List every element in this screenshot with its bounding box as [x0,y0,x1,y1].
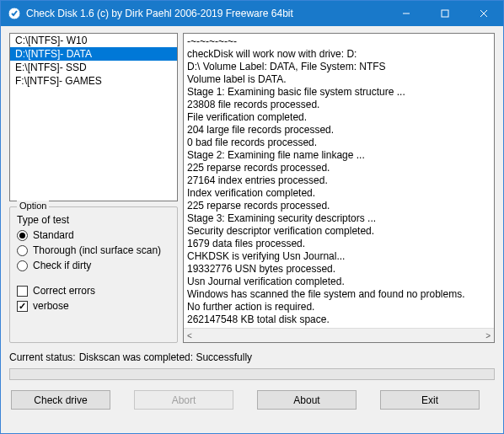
output-line: 262147548 KB total disk space. [187,313,491,326]
client-area: C:\[NTFS]- W10D:\[NTFS]- DATAE:\[NTFS]- … [1,26,503,433]
maximize-button[interactable] [426,1,464,26]
output-panel[interactable]: -~-~-~-~-~-checkDisk will work now with … [183,33,495,343]
output-line: Stage 1: Examining basic file system str… [187,86,491,99]
titlebar[interactable]: Check Disk 1.6 (c) by Dirk Paehl 2006-20… [1,1,503,26]
radio-check-if-dirty[interactable]: Check if dirty [17,260,170,271]
drive-row[interactable]: E:\[NTFS]- SSD [10,61,177,74]
radio-standard[interactable]: Standard [17,229,170,241]
radio-label: Standard [33,229,74,241]
status-line: Current status: Diskscan was completed: … [9,351,495,363]
output-line: 27164 index entries processed. [187,174,491,187]
type-of-test-label: Type of test [17,214,170,226]
scroll-right-icon[interactable]: > [485,331,491,340]
check-correct-errors[interactable]: Correct errors [17,285,170,297]
button-row: Check drive Abort About Exit [9,390,495,410]
checkbox-icon [17,301,28,312]
radio-label: Check if dirty [33,260,91,271]
close-button[interactable] [464,1,503,26]
output-line: Windows has scanned the file system and … [187,288,491,301]
abort-button: Abort [134,390,233,410]
drive-list[interactable]: C:\[NTFS]- W10D:\[NTFS]- DATAE:\[NTFS]- … [9,33,178,201]
output-lines: -~-~-~-~-~-checkDisk will work now with … [184,34,494,328]
check-verbose[interactable]: verbose [17,300,170,312]
options-group: Option Type of test Standard Thorough (i… [9,206,178,343]
radio-icon [17,230,28,241]
status-label: Current status: [9,351,76,363]
window-controls [387,1,503,26]
left-column: C:\[NTFS]- W10D:\[NTFS]- DATAE:\[NTFS]- … [9,33,178,343]
output-line: Stage 3: Examining security descriptors … [187,212,491,225]
checkbox-icon [17,286,28,297]
options-legend: Option [17,201,49,211]
check-drive-button[interactable]: Check drive [11,390,110,410]
output-line: Stage 2: Examining file name linkage ... [187,149,491,162]
output-line: File verification completed. [187,111,491,124]
output-line: D:\ Volume Label: DATA, File System: NTF… [187,61,491,73]
drive-row[interactable]: C:\[NTFS]- W10 [10,34,177,47]
status-value: Diskscan was completed: Successfully [79,351,252,363]
output-line: No further action is required. [187,301,491,313]
drive-row[interactable]: D:\[NTFS]- DATA [10,47,177,61]
exit-button[interactable]: Exit [380,390,480,410]
radio-thorough[interactable]: Thorough (incl surface scan) [17,244,170,256]
minimize-button[interactable] [387,1,426,26]
output-line: 225 reparse records processed. [187,162,491,174]
check-label: Correct errors [33,285,95,297]
about-button[interactable]: About [257,390,357,410]
window-title: Check Disk 1.6 (c) by Dirk Paehl 2006-20… [26,8,387,19]
scroll-left-icon[interactable]: < [187,331,192,340]
upper-pane: C:\[NTFS]- W10D:\[NTFS]- DATAE:\[NTFS]- … [9,33,495,343]
output-line: 19332776 USN bytes processed. [187,263,491,276]
output-line: Usn Journal verification completed. [187,276,491,288]
app-icon [8,7,21,20]
output-line: Index verification completed. [187,187,491,200]
output-line: Security descriptor verification complet… [187,225,491,238]
radio-label: Thorough (incl surface scan) [33,244,161,256]
check-label: verbose [33,300,69,312]
output-line: 0 bad file records processed. [187,137,491,149]
app-window: Check Disk 1.6 (c) by Dirk Paehl 2006-20… [0,0,504,434]
drive-row[interactable]: F:\[NTFS]- GAMES [10,74,177,88]
output-line: CHKDSK is verifying Usn Journal... [187,250,491,263]
output-line: 204 large file records processed. [187,124,491,137]
output-line: 225 reparse records processed. [187,200,491,212]
output-line: 1679 data files processed. [187,238,491,250]
output-line: Volume label is DATA. [187,73,491,86]
radio-icon [17,260,28,271]
output-line: checkDisk will work now with drive: D: [187,48,491,61]
output-line: -~-~-~-~-~- [187,35,491,48]
output-line: 23808 file records processed. [187,99,491,111]
svg-rect-2 [442,10,448,17]
radio-icon [17,245,28,256]
horizontal-scrollbar[interactable]: < > [184,328,494,342]
progress-bar [9,368,495,380]
